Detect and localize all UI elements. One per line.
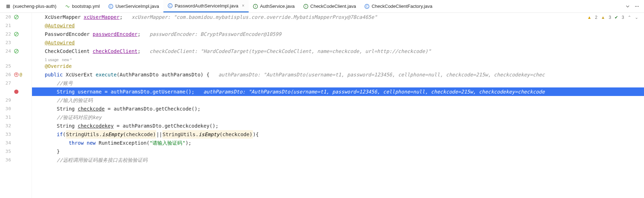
tab-passwordauthserviceimpl[interactable]: C PasswordAuthServiceImpl.java × xyxy=(163,0,249,12)
not-covered-icon xyxy=(14,49,19,54)
close-tab-icon[interactable]: × xyxy=(242,3,244,8)
tab-bar-actions xyxy=(626,4,644,9)
java-class-icon: C xyxy=(364,4,369,9)
svg-text:C: C xyxy=(169,4,171,7)
code-line[interactable]: //输入的验证码 xyxy=(32,96,644,105)
svg-text:I: I xyxy=(255,5,256,8)
editor: ▲2 ▲3 ✔3 ⌃ ⌄ 20 21 22 23 24 25 26 @ 27 2… xyxy=(0,13,644,198)
not-covered-icon xyxy=(14,15,19,20)
code-line[interactable]: PasswordEncoder passwordEncoder; passwor… xyxy=(32,30,644,38)
tab-checkcodeclient[interactable]: I CheckCodeClient.java xyxy=(299,0,361,12)
tab-label: AuthService.java xyxy=(260,4,295,9)
project-icon xyxy=(6,4,11,9)
line-number: 24 xyxy=(3,47,11,55)
line-number: 21 xyxy=(3,21,11,30)
tab-project-root[interactable]: (xuecheng-plus-auth) xyxy=(1,0,61,12)
tab-label: CheckCodeClientFactory.java xyxy=(372,4,432,9)
code-area[interactable]: XcUserMapper xcUserMapper; xcUserMapper:… xyxy=(32,13,644,198)
not-covered-icon xyxy=(14,32,19,37)
tab-label: PasswordAuthServiceImpl.java xyxy=(175,3,238,9)
editor-tabs: (xuecheng-plus-auth) bootstrap.yml C Use… xyxy=(0,0,644,13)
code-line[interactable]: //远程调用验证码服务接口去校验验证码 xyxy=(32,156,644,164)
implements-icon[interactable] xyxy=(14,72,19,77)
inline-hint: authParamsDto: "AuthParamsDto(username=t… xyxy=(210,70,545,79)
tab-label: CheckCodeClient.java xyxy=(310,4,356,9)
svg-point-11 xyxy=(635,6,636,6)
svg-line-17 xyxy=(15,33,18,36)
line-number: 27 xyxy=(3,79,11,87)
svg-text:C: C xyxy=(366,5,368,8)
code-line[interactable]: public XcUserExt execute(AuthParamsDto a… xyxy=(32,70,644,79)
tab-label: (xuecheng-plus-auth) xyxy=(13,4,56,9)
java-class-icon: C xyxy=(168,3,173,8)
svg-point-21 xyxy=(14,90,18,94)
line-number: 22 xyxy=(3,30,11,38)
code-line[interactable]: CheckCodeClient checkCodeClient; checkCo… xyxy=(32,47,644,55)
line-number: 25 xyxy=(3,62,11,70)
tab-userserviceimpl[interactable]: C UserServiceImpl.java xyxy=(104,0,163,12)
svg-point-12 xyxy=(637,6,637,6)
inline-hint: xcUserMapper: "com.baomidou.mybatisplus.… xyxy=(123,13,377,21)
gutter[interactable]: 20 21 22 23 24 25 26 @ 27 28 29 30 31 32… xyxy=(0,13,32,198)
java-interface-icon: I xyxy=(303,4,308,9)
code-line[interactable]: //账号 xyxy=(32,79,644,87)
line-number: 36 xyxy=(3,156,11,164)
at-icon: @ xyxy=(20,70,22,79)
code-line[interactable]: String checkcodekey = authParamsDto.getC… xyxy=(32,122,644,130)
line-number: 23 xyxy=(3,38,11,47)
svg-line-19 xyxy=(15,50,18,53)
inline-hint: passwordEncoder: BCryptPasswordEncoder@1… xyxy=(141,30,281,38)
yaml-icon xyxy=(65,4,70,9)
svg-text:I: I xyxy=(305,5,306,8)
tab-checkcodeclientfactory[interactable]: C CheckCodeClientFactory.java xyxy=(360,0,437,12)
java-interface-icon: I xyxy=(253,4,258,9)
tab-label: bootstrap.yml xyxy=(72,4,100,9)
line-number: 32 xyxy=(3,122,11,130)
code-line[interactable]: XcUserMapper xcUserMapper; xcUserMapper:… xyxy=(32,13,644,21)
tab-authservice[interactable]: I AuthService.java xyxy=(249,0,299,12)
inline-hint: checkCodeClient: "HardCodedTarget(type=C… xyxy=(141,47,431,55)
code-line[interactable]: @Autowired xyxy=(32,38,644,47)
java-class-icon: C xyxy=(108,4,113,9)
code-line[interactable]: if(StringUtils.isEmpty(checkcode)||Strin… xyxy=(32,130,644,139)
chevron-down-icon[interactable] xyxy=(626,4,630,9)
usages-lens[interactable]: 1 usage new * xyxy=(45,55,72,64)
svg-line-15 xyxy=(15,16,18,18)
svg-point-13 xyxy=(638,6,639,6)
line-number: 34 xyxy=(3,139,11,147)
svg-text:C: C xyxy=(110,5,112,8)
breakpoint-icon[interactable] xyxy=(14,89,19,94)
line-number: 20 xyxy=(3,13,11,21)
code-line[interactable]: } xyxy=(32,147,644,156)
line-number: 26 xyxy=(3,70,11,79)
svg-rect-0 xyxy=(6,5,10,8)
execution-line[interactable]: String username = authParamsDto.getUsern… xyxy=(32,87,644,96)
line-number: 35 xyxy=(3,147,11,156)
tab-bootstrap-yml[interactable]: bootstrap.yml xyxy=(61,0,104,12)
line-number: 31 xyxy=(3,113,11,122)
code-line[interactable]: @Override xyxy=(32,62,644,70)
line-number: 30 xyxy=(3,105,11,113)
line-number: 29 xyxy=(3,96,11,105)
code-line[interactable]: throw new RuntimeException("请输入验证码"); xyxy=(32,139,644,147)
more-icon[interactable] xyxy=(635,4,639,9)
code-line[interactable]: //验证码对应的key xyxy=(32,113,644,122)
code-lens-row: 1 usage new * xyxy=(32,55,644,62)
tab-label: UserServiceImpl.java xyxy=(115,4,159,9)
code-line[interactable]: String checkcode = authParamsDto.getChec… xyxy=(32,105,644,113)
code-line[interactable]: @Autowired xyxy=(32,21,644,30)
line-number: 33 xyxy=(3,130,11,139)
inline-hint: authParamsDto: "AuthParamsDto(username=t… xyxy=(194,87,545,96)
